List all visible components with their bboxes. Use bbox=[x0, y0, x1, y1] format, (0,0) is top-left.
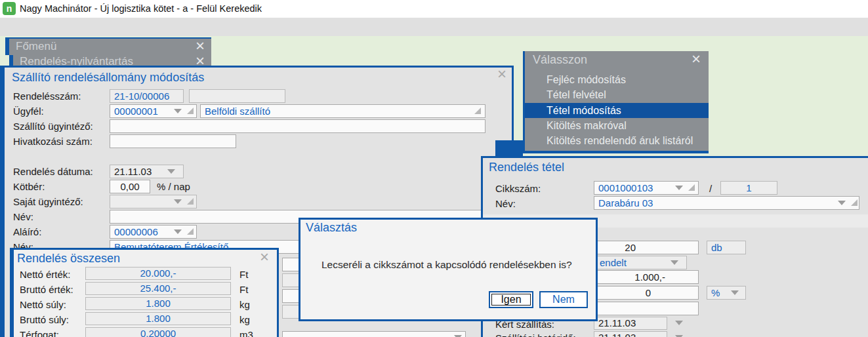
sajat-ugyintezo-combobox[interactable] bbox=[110, 195, 197, 208]
ugyfel-name-field[interactable]: Belföldi szállító bbox=[200, 104, 486, 118]
cikkszam-combobox[interactable]: 0001000103 bbox=[594, 181, 699, 195]
terfogat-field: 0,20000 bbox=[85, 327, 231, 337]
brutto-ertek-label: Bruttó érték: bbox=[20, 284, 73, 295]
window-fomenu[interactable]: Főmenü bbox=[5, 37, 211, 55]
rendelesszam-field[interactable]: 21-10/00006 bbox=[110, 89, 184, 103]
sajat-ugyintezo-label: Saját ügyintéző: bbox=[13, 196, 83, 207]
app-titlebar: n Nagy Machinátor - Új logisztika kötet … bbox=[0, 0, 868, 18]
rendelesszam-field-2[interactable] bbox=[189, 89, 285, 103]
cikkszam-index-field[interactable]: 1 bbox=[720, 181, 777, 195]
tetel-nev-label: Név: bbox=[495, 198, 516, 209]
cikkszam-separator: / bbox=[709, 183, 712, 194]
status-value: endelt bbox=[600, 257, 627, 268]
discount-unit-dropdown-icon[interactable] bbox=[731, 290, 739, 295]
netto-suly-field: 1.800 bbox=[85, 297, 231, 310]
cikkszam-label: Cikkszám: bbox=[495, 183, 541, 194]
alairo-combobox[interactable]: 00000006 bbox=[110, 225, 197, 239]
dialog-valasztas: Választás Lecseréli a cikkszámot a kapcs… bbox=[299, 218, 598, 321]
netto-suly-label: Nettó súly: bbox=[20, 299, 66, 310]
hidden-field-5[interactable] bbox=[282, 331, 466, 337]
cikkszam-resize-icon[interactable] bbox=[688, 184, 695, 191]
kotber-unit: % / nap bbox=[157, 181, 190, 192]
osszesen-close-icon[interactable] bbox=[260, 252, 272, 264]
app-title: Nagy Machinátor - Új logisztika kötet - … bbox=[20, 3, 262, 14]
dialog-message: Lecseréli a cikkszámot a kapcsolódó rend… bbox=[321, 259, 572, 271]
ugyfel-code-combobox[interactable]: 00000001 bbox=[110, 104, 197, 118]
kotber-label: Kötbér: bbox=[13, 181, 45, 192]
window-rendeles-osszesen: Rendelés összesen Nettó érték: 20.000,- … bbox=[10, 248, 279, 337]
tetel-nev-field[interactable]: Darabáru 03 bbox=[594, 196, 859, 210]
valasszon-close-icon[interactable] bbox=[692, 54, 703, 66]
tetel-nev-dropdown-icon[interactable] bbox=[838, 201, 846, 205]
app-toolbar bbox=[0, 18, 868, 37]
kotber-field[interactable]: 0,00 bbox=[110, 180, 150, 193]
menu-item-kitoltes-listarol[interactable]: Kitöltés rendelendő áruk listáról bbox=[525, 133, 709, 148]
kert-szallitas-combobox[interactable]: 21.11.03 bbox=[594, 317, 667, 330]
brutto-ertek-field: 25.400,- bbox=[85, 282, 231, 295]
sajat-ugyintezo-resize-icon[interactable] bbox=[187, 198, 194, 205]
qty-unit-box: db bbox=[707, 241, 746, 254]
ugyfel-name-resize-icon[interactable] bbox=[474, 108, 481, 114]
fomenu-title: Főmenü bbox=[16, 40, 56, 53]
yes-button[interactable]: Igen bbox=[489, 291, 533, 308]
brutto-suly-field: 1.800 bbox=[85, 312, 231, 325]
status-dropdown-icon[interactable] bbox=[671, 260, 678, 265]
menu-item-fejlec-modositas[interactable]: Fejléc módosítás bbox=[525, 72, 709, 87]
ugyfel-dropdown-icon[interactable] bbox=[174, 109, 182, 113]
netto-ertek-field: 20.000,- bbox=[85, 267, 231, 280]
alairo-resize-icon[interactable] bbox=[187, 228, 194, 235]
hivatkozasi-field[interactable] bbox=[110, 134, 236, 148]
osszesen-window-title: Rendelés összesen bbox=[17, 252, 120, 266]
dialog-title: Választás bbox=[306, 221, 357, 235]
nev-label: Név: bbox=[13, 211, 33, 222]
brutto-ertek-unit: Ft bbox=[239, 284, 248, 295]
window-corner-fragment bbox=[495, 140, 523, 157]
hivatkozasi-label: Hivatkozási szám: bbox=[13, 136, 93, 147]
window-valasszon: Válasszon Fejléc módosítás Tétel felvéte… bbox=[523, 51, 709, 153]
kert-szallitas-dropdown-icon[interactable] bbox=[675, 321, 683, 325]
ugyfel-label: Ügyfél: bbox=[13, 106, 44, 117]
app-logo-icon: n bbox=[3, 2, 16, 15]
szallito-ugyintezo-field[interactable] bbox=[110, 119, 486, 133]
netto-suly-unit: kg bbox=[239, 299, 250, 310]
cikkszam-dropdown-icon[interactable] bbox=[675, 186, 683, 190]
rendeles-datuma-dropdown-icon[interactable] bbox=[167, 169, 175, 174]
menu-item-kitoltes-makroval[interactable]: Kitöltés makróval bbox=[525, 118, 709, 133]
sajat-ugyintezo-dropdown-icon[interactable] bbox=[174, 199, 182, 204]
szallito-window-title: Szállító rendelésállomány módosítás bbox=[12, 71, 204, 85]
szallito-ugyintezo-label: Szállító ügyintéző: bbox=[13, 121, 93, 132]
alairo-dropdown-icon[interactable] bbox=[174, 229, 182, 234]
rendelesszam-label: Rendelésszám: bbox=[13, 90, 81, 102]
netto-ertek-unit: Ft bbox=[239, 269, 248, 280]
szallito-close-icon[interactable] bbox=[497, 69, 509, 81]
menu-item-tetel-felvetel[interactable]: Tétel felvétel bbox=[525, 87, 709, 102]
terfogat-label: Térfogat: bbox=[20, 329, 59, 337]
discount-unit-combobox[interactable]: % bbox=[707, 286, 746, 300]
netto-ertek-label: Nettó érték: bbox=[20, 269, 71, 280]
alairo-label: Aláíró: bbox=[13, 226, 41, 237]
rendeles-datuma-label: Rendelés dátuma: bbox=[13, 166, 93, 177]
valasszon-title: Válasszon bbox=[533, 53, 587, 67]
fomenu-close-icon[interactable] bbox=[196, 41, 207, 52]
application-screen: n Nagy Machinátor - Új logisztika kötet … bbox=[0, 0, 868, 337]
menu-item-tetel-modositas[interactable]: Tétel módosítás bbox=[525, 103, 709, 118]
yes-button-label: Igen bbox=[491, 294, 531, 306]
tetel-nev-resize-icon[interactable] bbox=[851, 199, 858, 206]
terfogat-unit: m3 bbox=[239, 329, 253, 337]
brutto-suly-label: Bruttó súly: bbox=[20, 314, 69, 325]
szallitasi-hatarido-combobox[interactable]: 21.11.03 bbox=[594, 331, 667, 337]
no-button[interactable]: Nem bbox=[539, 291, 588, 308]
tetel-window-title: Rendelés tétel bbox=[489, 161, 564, 174]
ugyfel-resize-icon[interactable] bbox=[187, 108, 194, 114]
brutto-suly-unit: kg bbox=[239, 314, 250, 325]
szallitasi-hatarido-label: Szállítási határidő: bbox=[495, 332, 576, 337]
